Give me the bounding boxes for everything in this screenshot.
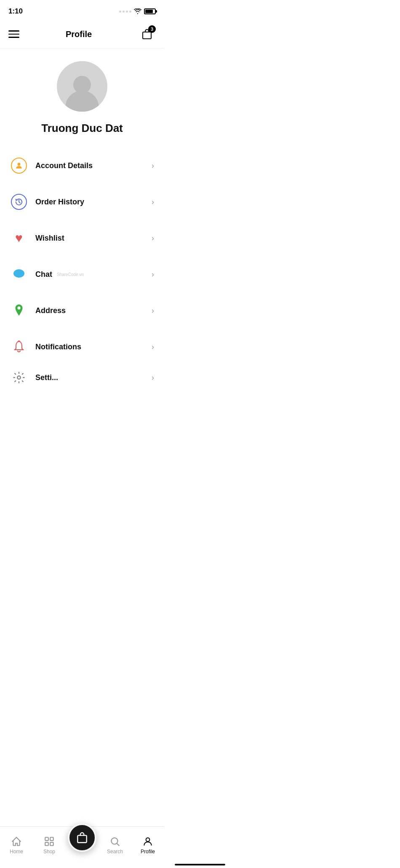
avatar-silhouette <box>63 76 101 112</box>
cart-button[interactable]: 3 <box>138 25 156 43</box>
settings-icon <box>10 369 28 386</box>
svg-point-1 <box>18 163 21 166</box>
wishlist-icon: ♥ <box>10 229 28 247</box>
watermark-chat: ShareCode.vn <box>57 272 84 277</box>
notifications-icon <box>10 338 28 356</box>
menu-item-notifications[interactable]: Notifications › <box>0 329 164 365</box>
hamburger-button[interactable] <box>8 30 19 38</box>
menu-left-wishlist: ♥ Wishlist <box>10 229 64 247</box>
status-icons <box>119 8 156 14</box>
svg-point-5 <box>17 376 21 379</box>
menu-left-orders: Order History <box>10 193 84 211</box>
signal-icon <box>119 11 131 13</box>
address-icon <box>10 302 28 319</box>
svg-point-3 <box>17 306 20 309</box>
menu-item-wishlist[interactable]: ♥ Wishlist › <box>0 220 164 256</box>
menu-item-orders[interactable]: Order History › <box>0 184 164 220</box>
svg-point-2 <box>13 269 24 278</box>
menu-item-settings[interactable]: Setti... › <box>0 365 164 390</box>
settings-chevron: › <box>152 373 154 382</box>
status-time: 1:10 <box>8 7 23 16</box>
wishlist-chevron: › <box>152 234 154 243</box>
orders-chevron: › <box>152 198 154 206</box>
notifications-chevron: › <box>152 343 154 351</box>
address-chevron: › <box>152 306 154 315</box>
battery-icon <box>144 8 156 14</box>
account-icon <box>10 157 28 174</box>
status-bar: 1:10 <box>0 0 164 21</box>
user-name: Truong Duc Dat <box>41 122 123 135</box>
avatar <box>57 61 107 112</box>
chat-chevron: › <box>152 270 154 279</box>
menu-left-settings: Setti... <box>10 369 58 386</box>
orders-label: Order History <box>35 198 84 206</box>
wifi-icon <box>134 8 141 14</box>
menu-item-account[interactable]: Account Details › <box>0 147 164 184</box>
menu-item-address[interactable]: Address › <box>0 292 164 329</box>
page-title: Profile <box>66 29 92 39</box>
address-label: Address <box>35 306 66 315</box>
account-label: Account Details <box>35 161 93 170</box>
notifications-label: Notifications <box>35 343 81 351</box>
cart-badge: 3 <box>148 25 156 33</box>
avatar-body <box>65 91 99 112</box>
profile-section: Truong Duc Dat <box>0 48 164 143</box>
account-chevron: › <box>152 161 154 170</box>
svg-rect-0 <box>143 32 151 39</box>
menu-list: Account Details › Order History › ♥ <box>0 143 164 394</box>
menu-left-chat: Chat <box>10 265 52 283</box>
chat-icon <box>10 265 28 283</box>
order-history-icon <box>10 193 28 211</box>
chat-label: Chat <box>35 270 52 279</box>
svg-point-4 <box>18 340 20 342</box>
wishlist-label: Wishlist <box>35 234 64 243</box>
settings-label: Setti... <box>35 373 58 382</box>
menu-left-account: Account Details <box>10 157 93 174</box>
menu-left-notifications: Notifications <box>10 338 81 356</box>
menu-item-chat[interactable]: Chat › ShareCode.vn <box>0 256 164 292</box>
header: Profile 3 <box>0 21 164 48</box>
menu-left-address: Address <box>10 302 66 319</box>
